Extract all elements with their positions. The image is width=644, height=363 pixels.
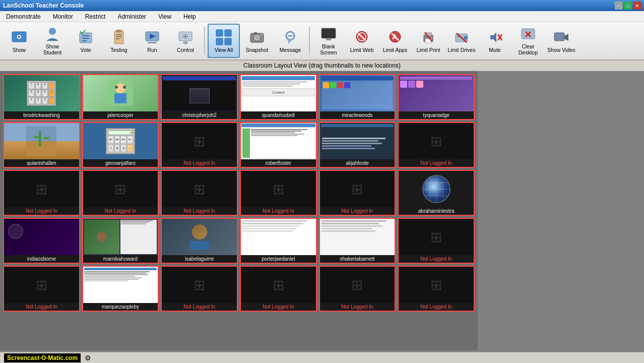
thumbnail-shakeriabarnett[interactable]: shakeriabarnett (319, 218, 396, 264)
clear-desktop-button[interactable]: Clear Desktop (512, 24, 544, 58)
limit-drives-button[interactable]: Limit Drives (445, 24, 478, 58)
thumbnail-christopherjoh2[interactable]: christopherjoh2 (161, 74, 238, 120)
thumb-name-20: marnikahoward (83, 255, 158, 263)
thumbnail-notlogged-3[interactable]: ⊞ Not Logged In (3, 170, 80, 216)
right-panel (478, 71, 644, 350)
title-bar-controls: ─ □ ✕ (615, 2, 641, 10)
limit-print-button[interactable]: Limit Print (412, 24, 444, 58)
menu-demonstrate[interactable]: Demonstrate (2, 12, 45, 21)
close-button[interactable]: ✕ (633, 2, 641, 10)
thumb-preview-13: ⊞ (4, 171, 79, 207)
limit-web-button[interactable]: Limit Web (346, 24, 378, 58)
svg-rect-68 (34, 136, 40, 138)
thumb-name-24: Not Logged In (399, 255, 474, 263)
svg-point-19 (184, 35, 186, 37)
thumbnail-notlogged-10[interactable]: ⊞ Not Logged In (161, 266, 238, 312)
thumbnail-geovanjalfaro[interactable]: 0 MC MR MS M+ 7 8 9 ÷ geovanjalfar (82, 122, 159, 168)
thumbnail-jalencooper[interactable]: jalencooper (82, 74, 159, 120)
thumbnail-brodrickwashing[interactable]: 7 8 9 ÷ 4 5 6 × 1 2 3 - brodrickwashing (3, 74, 80, 120)
menu-bar: Demonstrate Monitor Restrict Administer … (0, 11, 644, 22)
show-video-icon (552, 28, 570, 46)
svg-marker-34 (288, 40, 292, 44)
thumbnail-notlogged-9[interactable]: ⊞ Not Logged In (3, 266, 80, 312)
mute-button[interactable]: Mute (479, 24, 511, 58)
show-label: Show (13, 47, 26, 53)
view-all-button[interactable]: View All (208, 24, 240, 58)
show-student-button[interactable]: Show Student (36, 24, 69, 58)
svg-rect-27 (254, 32, 257, 34)
thumbnail-notlogged-6[interactable]: ⊞ Not Logged In (240, 170, 317, 216)
svg-rect-8 (114, 31, 123, 44)
thumbnail-notlogged-1[interactable]: ⊞ Not Logged In (161, 122, 238, 168)
thumb-preview-20 (83, 219, 158, 255)
menu-administer[interactable]: Administer (113, 12, 150, 21)
menu-restrict[interactable]: Restrict (81, 12, 110, 21)
blank-screen-button[interactable]: Blank Screen (312, 24, 345, 58)
thumb-preview-7 (4, 123, 79, 159)
run-button[interactable]: Run (136, 24, 168, 58)
thumb-name-28: Not Logged In (241, 303, 316, 311)
thumbnail-notlogged-4[interactable]: ⊞ Not Logged In (82, 170, 159, 216)
thumbnail-notlogged-8[interactable]: ⊞ Not Logged In (398, 218, 475, 264)
svg-rect-62 (114, 93, 126, 103)
thumbnail-quianishallen[interactable]: quianishallen (3, 122, 80, 168)
svg-rect-58 (554, 33, 564, 41)
limit-apps-button[interactable]: A Limit Apps (379, 24, 411, 58)
svg-point-63 (115, 86, 118, 89)
mute-icon (486, 28, 504, 46)
maximize-button[interactable]: □ (624, 2, 632, 10)
thumbnail-notlogged-12[interactable]: ⊞ Not Logged In (319, 266, 396, 312)
thumb-name-26: marquezaopleby (83, 303, 158, 311)
thumbnail-porterjaedaniel[interactable]: porterjaedaniel (240, 218, 317, 264)
snapshot-icon (248, 28, 266, 46)
svg-rect-28 (260, 34, 262, 35)
svg-point-17 (183, 41, 188, 44)
thumbnail-indiaosborne[interactable]: indiaosborne (3, 218, 80, 264)
thumb-name-17: Not Logged In (320, 207, 395, 215)
snapshot-button[interactable]: Snapshot (241, 24, 273, 58)
menu-help[interactable]: Help (179, 12, 200, 21)
svg-point-64 (123, 86, 126, 89)
thumb-name-12: Not Logged In (399, 159, 474, 167)
svg-point-49 (464, 36, 467, 39)
thumbnail-notlogged-13[interactable]: ⊞ Not Logged In (398, 266, 475, 312)
svg-rect-21 (225, 30, 231, 36)
svg-point-32 (290, 35, 291, 37)
thumb-preview-29: ⊞ (320, 267, 395, 303)
limit-web-label: Limit Web (350, 47, 374, 53)
thumb-name-19: indiaosborne (4, 255, 79, 263)
thumbnail-notlogged-5[interactable]: ⊞ Not Logged In (161, 170, 238, 216)
thumbnail-isabelaguirre[interactable]: isabelaguirre (161, 218, 238, 264)
thumbnail-marnikahoward[interactable]: marnikahoward (82, 218, 159, 264)
vote-icon (77, 28, 95, 46)
menu-monitor[interactable]: Monitor (49, 12, 77, 21)
thumbnail-miraclewoods[interactable]: miraclewoods (319, 74, 396, 120)
thumb-preview-2 (83, 75, 158, 111)
thumbnail-abrahaminiestra[interactable]: abrahaminiestra (398, 170, 475, 216)
thumbnail-robertfoster[interactable]: robertfoster (240, 122, 317, 168)
thumbnail-notlogged-2[interactable]: ⊞ Not Logged In (398, 122, 475, 168)
message-button[interactable]: Message (274, 24, 306, 58)
testing-button[interactable]: Testing (103, 24, 135, 58)
svg-rect-20 (216, 30, 223, 36)
vote-button[interactable]: Vote (70, 24, 102, 58)
minimize-button[interactable]: ─ (615, 2, 623, 10)
thumbnail-tyquanadge[interactable]: tyquanadge (398, 74, 475, 120)
thumb-name-9: Not Logged In (162, 159, 237, 167)
thumbnail-notlogged-11[interactable]: ⊞ Not Logged In (240, 266, 317, 312)
thumbnail-alijahfoote[interactable]: alijahfoote (319, 122, 396, 168)
thumb-preview-23 (320, 219, 395, 255)
thumb-preview-9: ⊞ (162, 123, 237, 159)
show-button[interactable]: Show (3, 24, 35, 58)
thumbnail-quandariusbell[interactable]: Content quandariusbell (240, 74, 317, 120)
limit-print-label: Limit Print (417, 47, 440, 53)
control-button[interactable]: Control (169, 24, 202, 58)
thumbnail-notlogged-7[interactable]: ⊞ Not Logged In (319, 170, 396, 216)
thumb-name-18: abrahaminiestra (399, 207, 474, 215)
menu-view[interactable]: View (154, 12, 175, 21)
thumb-name-8: geovanjalfaro (83, 159, 158, 167)
thumbnail-marquezaopleby[interactable]: marquezaopleby (82, 266, 159, 312)
show-video-button[interactable]: Show Video (545, 24, 577, 58)
svg-point-46 (425, 36, 426, 38)
limit-apps-icon: A (386, 28, 404, 46)
